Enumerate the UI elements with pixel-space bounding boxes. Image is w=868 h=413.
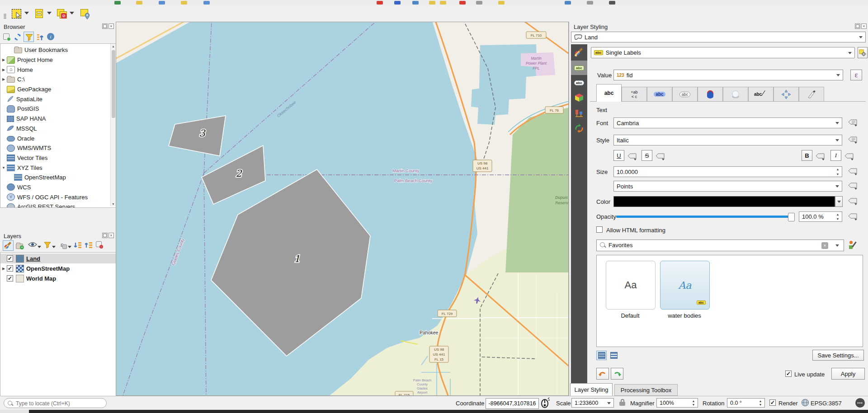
value-field-combo[interactable]: 123 fid <box>613 70 843 80</box>
themes-dropdown-arrow[interactable] <box>38 246 41 248</box>
scale-combo[interactable]: 1:233600 <box>571 398 614 408</box>
browser-item-user-bookmarks[interactable]: User Bookmarks <box>0 45 116 55</box>
data-defined-override-button[interactable] <box>847 166 859 177</box>
tab-callouts[interactable]: abc <box>748 87 774 102</box>
locate-search-box[interactable] <box>4 398 107 408</box>
filter-browser-button[interactable] <box>24 32 34 42</box>
toolbar-icon-fragment[interactable] <box>159 1 165 5</box>
browser-item-arcgis[interactable]: ArcGIS REST Servers <box>0 202 116 208</box>
tab-buffer[interactable]: abc <box>647 87 672 102</box>
collapse-all-button[interactable] <box>84 241 93 249</box>
spin-up-icon[interactable]: ▲ <box>759 399 762 403</box>
toolbar-icon-fragment[interactable] <box>587 1 593 5</box>
select-features-button[interactable] <box>11 8 23 20</box>
crs-value[interactable]: EPSG:3857 <box>811 400 842 407</box>
browser-close-button[interactable]: × <box>108 23 114 29</box>
italic-toggle[interactable]: I <box>830 150 841 161</box>
styling-layer-selector[interactable]: Land <box>571 32 866 42</box>
diagrams-tab[interactable] <box>571 106 587 120</box>
browser-float-button[interactable] <box>102 23 108 29</box>
tab-text[interactable]: abc <box>596 84 622 102</box>
size-spinbox[interactable]: 10.0000▲▼ <box>613 166 842 177</box>
toolbar-icon-fragment[interactable] <box>429 1 435 5</box>
browser-item-home[interactable]: ▶⌂Home <box>0 65 116 75</box>
redo-button[interactable] <box>611 368 623 380</box>
symbology-tab[interactable] <box>571 45 587 60</box>
tab-background[interactable] <box>698 87 723 102</box>
filter-expression-button[interactable]: ε <box>58 241 66 249</box>
tab-placement[interactable] <box>774 87 799 102</box>
live-update-checkbox[interactable]: ✓ <box>785 371 792 377</box>
crs-globe-icon[interactable] <box>801 399 809 407</box>
browser-item-wfs[interactable]: VWFS / OGC API - Features <box>0 192 116 202</box>
tab-shadow[interactable] <box>723 87 748 102</box>
toolbar-icon-fragment[interactable] <box>412 1 419 5</box>
scrollbar-thumb[interactable] <box>112 50 115 118</box>
refresh-button[interactable] <box>14 33 22 41</box>
style-manager-button[interactable] <box>849 240 858 250</box>
icon-view-button[interactable] <box>596 351 607 360</box>
manage-map-themes-button[interactable] <box>28 241 37 249</box>
spin-up-icon[interactable]: ▲ <box>836 168 840 171</box>
font-combo[interactable]: Cambria <box>613 117 842 128</box>
history-tab[interactable] <box>571 121 587 136</box>
extents-toggle-button[interactable] <box>540 397 551 409</box>
toolbar-icon-fragment[interactable] <box>136 1 142 5</box>
tab-rendering[interactable] <box>799 87 824 102</box>
locate-input[interactable] <box>15 399 104 408</box>
properties-info-button[interactable]: i <box>47 33 54 40</box>
toolbar-icon-fragment[interactable] <box>203 1 210 5</box>
select-by-form-dropdown-arrow[interactable] <box>47 12 52 14</box>
expand-down-icon[interactable]: ▼ <box>0 166 7 170</box>
preset-card-default[interactable]: Aa <box>606 261 656 310</box>
data-defined-override-button[interactable] <box>847 135 859 145</box>
toolbar-icon-fragment[interactable] <box>394 1 401 5</box>
style-combo[interactable]: Italic <box>613 135 842 145</box>
expand-all-button[interactable] <box>73 241 82 249</box>
open-layer-styling-button[interactable] <box>3 240 14 251</box>
browser-item-sap-hana[interactable]: SAP HANA <box>0 114 116 124</box>
select-by-location-button[interactable] <box>80 8 92 21</box>
color-button[interactable] <box>613 196 835 207</box>
layer-checkbox[interactable]: ✓ <box>7 265 13 272</box>
styling-close-button[interactable]: × <box>861 23 867 29</box>
browser-item-postgis[interactable]: PostGIS <box>0 104 116 114</box>
opacity-spinbox[interactable]: 100.0 %▲▼ <box>799 211 842 222</box>
slider-handle[interactable] <box>788 213 795 221</box>
data-defined-override-button[interactable] <box>847 196 859 207</box>
masks-tab[interactable]: abc <box>571 76 587 89</box>
browser-item-spatialite[interactable]: SpatiaLite <box>0 94 116 104</box>
messages-button[interactable]: ••• <box>855 398 865 408</box>
spin-up-icon[interactable]: ▲ <box>692 399 695 403</box>
style-search-field[interactable]: Favorites × <box>596 239 844 251</box>
toolbar-icon-fragment[interactable] <box>181 1 187 5</box>
add-group-button[interactable]: + <box>16 241 24 249</box>
data-defined-override-button[interactable] <box>843 151 856 162</box>
layer-checkbox[interactable]: ✓ <box>7 255 13 262</box>
value-expression-button[interactable]: ε <box>850 70 862 80</box>
spin-down-icon[interactable]: ▼ <box>836 217 840 221</box>
browser-item-c-drive[interactable]: ▶C:\ <box>0 75 116 84</box>
layer-row-openstreetmap[interactable]: ▶ ✓ OpenStreetMap <box>0 263 116 273</box>
collapse-all-button[interactable] <box>36 33 44 41</box>
layers-float-button[interactable] <box>102 233 108 238</box>
layer-row-land[interactable]: ✓ Land <box>0 253 116 263</box>
remove-layer-button[interactable]: - <box>96 241 103 249</box>
data-defined-override-button[interactable] <box>847 117 859 128</box>
browser-item-xyz-tiles[interactable]: ▼XYZ Tiles <box>0 163 116 173</box>
automated-placement-button[interactable] <box>858 47 868 58</box>
map-canvas[interactable]: Martin Power Plant FPL Martin County Pal… <box>116 22 569 396</box>
toolbar-drag-handle[interactable] <box>4 14 6 19</box>
filter-legend-dropdown-arrow[interactable] <box>52 246 56 248</box>
toolbar-icon-fragment[interactable] <box>440 1 446 5</box>
tab-mask[interactable]: abc <box>672 87 698 102</box>
toolbar-icon-fragment[interactable] <box>114 1 121 5</box>
undo-button[interactable] <box>596 368 609 380</box>
magnifier-spinbox[interactable]: 100%▲▼ <box>656 398 698 408</box>
toolbar-icon-fragment[interactable] <box>476 1 482 5</box>
deselect-dropdown-arrow[interactable] <box>70 12 74 14</box>
clear-search-icon[interactable]: × <box>821 242 828 249</box>
view-3d-tab[interactable] <box>571 90 587 105</box>
data-defined-override-button[interactable] <box>626 151 639 162</box>
tab-formatting[interactable]: +ab< c <box>622 87 647 102</box>
